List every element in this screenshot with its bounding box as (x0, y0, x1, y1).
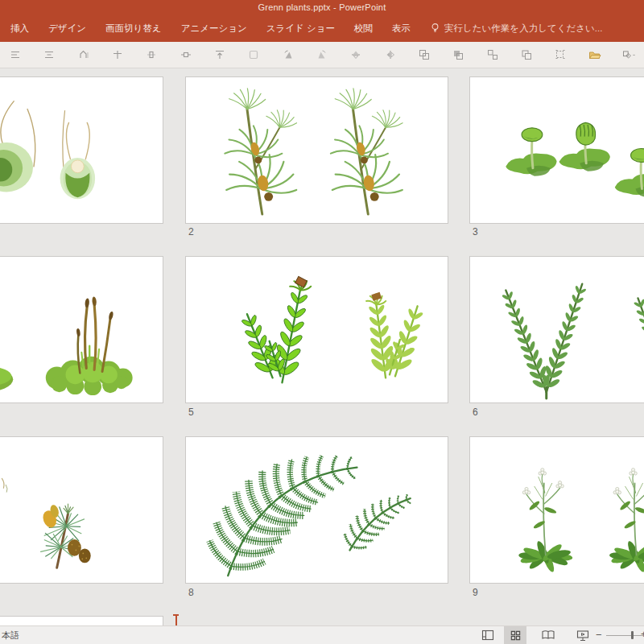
normal-view-icon (481, 630, 494, 641)
slide-thumbnail-6[interactable] (469, 256, 644, 403)
slide-thumbnail-1[interactable] (0, 76, 163, 224)
slide-thumbnail-10[interactable] (0, 616, 163, 625)
send-backward-icon[interactable] (519, 47, 534, 62)
ribbon-tab-bar: 挿入 デザイン 画面切り替え アニメーション スライド ショー 校閲 表示 実行… (0, 14, 644, 42)
tell-me-box[interactable]: 実行したい作業を入力してください... (430, 23, 602, 35)
tab-animations[interactable]: アニメーション (181, 23, 247, 35)
tab-transitions[interactable]: 画面切り替え (105, 23, 162, 35)
tab-slideshow[interactable]: スライド ショー (266, 23, 335, 35)
selection-pane-icon[interactable] (553, 47, 568, 62)
normal-view-button[interactable] (478, 626, 497, 644)
slide-number-6: 6 (473, 407, 478, 418)
zoom-out-button[interactable]: − (596, 626, 602, 644)
slide-insertion-cursor (173, 614, 180, 625)
reading-view-icon (541, 630, 555, 641)
green-algae-cells-illustration (0, 77, 163, 223)
liverwort-plants-illustration (470, 77, 644, 223)
window-titlebar: Grenn plants.pptx - PowerPoint (0, 0, 644, 14)
flip-horizontal-icon[interactable] (383, 47, 398, 62)
ungroup-icon[interactable] (485, 47, 500, 62)
distribute-horizontal-icon[interactable] (144, 47, 159, 62)
moss-clump-illustration (0, 257, 163, 402)
rotate-left-icon[interactable] (315, 47, 329, 62)
slide-thumbnail-7[interactable] (0, 436, 163, 584)
arabidopsis-plants-illustration (470, 437, 644, 583)
slide-number-9: 9 (473, 587, 478, 598)
zoom-slider-handle[interactable] (631, 631, 634, 639)
slide-thumbnail-2[interactable] (185, 76, 448, 224)
slideshow-icon (576, 630, 589, 642)
align-middle-icon[interactable] (110, 47, 125, 62)
slide-thumbnail-9[interactable] (469, 436, 644, 584)
slide-number-5: 5 (188, 407, 194, 418)
merge-shapes-icon[interactable] (621, 47, 636, 62)
slide-sorter-icon (510, 630, 522, 642)
window-title: Grenn plants.pptx - PowerPoint (258, 2, 386, 12)
tab-insert[interactable]: 挿入 (10, 23, 29, 35)
blank-slide-sliver (0, 617, 163, 625)
slide-thumbnail-3[interactable] (469, 76, 644, 224)
bring-forward-icon[interactable] (451, 47, 465, 62)
leafy-moss-shoots-illustration (186, 257, 448, 402)
rotate-right-icon[interactable] (281, 47, 295, 62)
language-indicator[interactable]: 本語 (2, 626, 19, 644)
ribbon-command-row (0, 42, 644, 68)
align-center-icon[interactable] (42, 47, 56, 62)
fern-fronds-illustration (186, 437, 448, 583)
zoom-in-button[interactable]: + (641, 626, 644, 644)
group-icon[interactable] (417, 47, 431, 62)
tab-view[interactable]: 表示 (392, 23, 411, 35)
open-folder-icon[interactable] (588, 47, 602, 62)
powerpoint-window: Grenn plants.pptx - PowerPoint 挿入 デザイン 画… (0, 0, 644, 644)
tell-me-text: 実行したい作業を入力してください... (444, 23, 602, 35)
slide-sorter-view-button[interactable] (504, 626, 526, 644)
stonewort-plants-illustration (186, 77, 448, 223)
slide-thumbnail-5[interactable] (185, 256, 448, 403)
tab-review[interactable]: 校閲 (354, 23, 373, 35)
shape-outline-icon[interactable] (246, 47, 261, 62)
align-objects-icon[interactable] (8, 47, 23, 62)
clubmoss-branches-illustration (470, 257, 644, 402)
slide-number-8: 8 (188, 587, 194, 598)
slide-number-3: 3 (473, 226, 478, 237)
tab-design[interactable]: デザイン (48, 23, 86, 35)
slideshow-view-button[interactable] (573, 626, 592, 644)
status-bar: 本語 − + (0, 625, 644, 644)
lightbulb-icon (430, 23, 440, 34)
zoom-slider-track[interactable] (606, 635, 643, 636)
reading-view-button[interactable] (538, 626, 559, 644)
slide-thumbnail-8[interactable] (185, 436, 448, 584)
pine-sprig-cones-illustration (0, 437, 163, 583)
slide-sorter-canvas: 2 3 5 6 8 9 (0, 68, 644, 625)
align-top-icon[interactable] (213, 47, 227, 62)
rotate-object-icon[interactable] (76, 47, 91, 62)
slide-number-2: 2 (188, 226, 194, 237)
distribute-spacing-icon[interactable] (179, 47, 193, 62)
flip-vertical-icon[interactable] (349, 47, 363, 62)
slide-thumbnail-4[interactable] (0, 256, 163, 403)
